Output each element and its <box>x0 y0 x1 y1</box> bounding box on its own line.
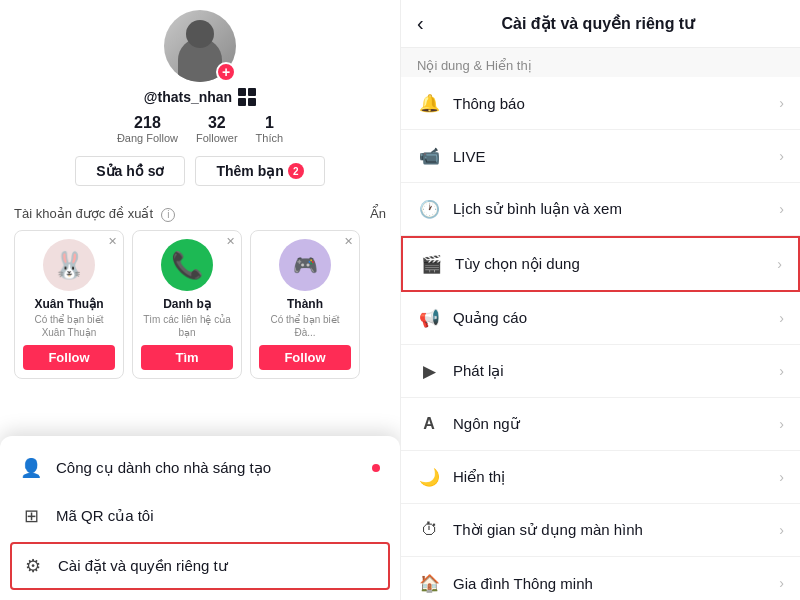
history-label: Lịch sử bình luận và xem <box>453 200 779 218</box>
creator-tools-dot <box>372 464 380 472</box>
language-icon: A <box>417 412 441 436</box>
likes-label: Thích <box>256 132 284 144</box>
language-label: Ngôn ngữ <box>453 415 779 433</box>
notifications-arrow: › <box>779 95 784 111</box>
history-arrow: › <box>779 201 784 217</box>
back-icon[interactable]: ‹ <box>417 12 424 35</box>
creator-tools-label: Công cụ dành cho nhà sáng tạo <box>56 459 358 477</box>
add-friend-badge: 2 <box>288 163 304 179</box>
close-card-3-icon[interactable]: ✕ <box>344 235 353 248</box>
followers-count: 32 <box>208 114 226 132</box>
display-icon: 🌙 <box>417 465 441 489</box>
card-name-1: Xuân Thuận <box>35 297 104 311</box>
hide-link[interactable]: Ẩn <box>370 206 386 221</box>
replay-label: Phát lại <box>453 362 779 380</box>
likes-count: 1 <box>265 114 274 132</box>
settings-item-display[interactable]: 🌙 Hiển thị › <box>401 451 800 504</box>
history-icon: 🕐 <box>417 197 441 221</box>
card-name-2: Danh bạ <box>163 297 211 311</box>
suggested-card-1: ✕ 🐰 Xuân Thuận Có thể bạn biết Xuân Thuậ… <box>14 230 124 379</box>
add-avatar-button[interactable]: + <box>216 62 236 82</box>
settings-label: Cài đặt và quyền riêng tư <box>58 557 378 575</box>
creator-tools-icon: 👤 <box>20 457 42 479</box>
settings-list: 🔔 Thông báo › 📹 LIVE › 🕐 Lịch sử bình lu… <box>401 77 800 600</box>
right-panel-title: Cài đặt và quyền riêng tư <box>436 14 760 33</box>
display-arrow: › <box>779 469 784 485</box>
menu-item-qr[interactable]: ⊞ Mã QR của tôi <box>0 492 400 540</box>
stat-following[interactable]: 218 Đang Follow <box>117 114 178 144</box>
content-options-arrow: › <box>777 256 782 272</box>
follow-button-1[interactable]: Follow <box>23 345 115 370</box>
settings-item-family[interactable]: 🏠 Gia đình Thông minh › <box>401 557 800 600</box>
suggested-title-row: Tài khoản được đề xuất i Ẩn <box>14 204 386 222</box>
info-icon[interactable]: i <box>161 208 175 222</box>
card-desc-3: Có thể bạn biết Đà... <box>259 313 351 339</box>
qr-menu-icon: ⊞ <box>20 505 42 527</box>
ads-arrow: › <box>779 310 784 326</box>
settings-item-notifications[interactable]: 🔔 Thông báo › <box>401 77 800 130</box>
profile-buttons: Sửa hồ sơ Thêm bạn 2 <box>75 156 325 186</box>
left-panel: + @thats_nhan 218 Đang Follow 32 Followe… <box>0 0 400 600</box>
language-arrow: › <box>779 416 784 432</box>
find-button-2[interactable]: Tìm <box>141 345 233 370</box>
close-card-2-icon[interactable]: ✕ <box>226 235 235 248</box>
suggested-cards: ✕ 🐰 Xuân Thuận Có thể bạn biết Xuân Thuậ… <box>14 230 386 379</box>
card-avatar-1: 🐰 <box>43 239 95 291</box>
followers-label: Follower <box>196 132 238 144</box>
profile-section: + @thats_nhan 218 Đang Follow 32 Followe… <box>0 0 400 194</box>
live-label: LIVE <box>453 148 779 165</box>
screen-time-arrow: › <box>779 522 784 538</box>
following-label: Đang Follow <box>117 132 178 144</box>
suggested-title-group: Tài khoản được đề xuất i <box>14 204 175 222</box>
section-label: Nội dung & Hiển thị <box>401 48 800 77</box>
qr-menu-label: Mã QR của tôi <box>56 507 380 525</box>
notifications-icon: 🔔 <box>417 91 441 115</box>
avatar: + <box>164 10 236 82</box>
suggested-card-3: ✕ 🎮 Thành Có thể bạn biết Đà... Follow <box>250 230 360 379</box>
following-count: 218 <box>134 114 161 132</box>
qr-icon[interactable] <box>238 88 256 106</box>
bottom-menu: 👤 Công cụ dành cho nhà sáng tạo ⊞ Mã QR … <box>0 436 400 600</box>
notifications-label: Thông báo <box>453 95 779 112</box>
content-options-icon: 🎬 <box>419 252 443 276</box>
card-desc-1: Có thể bạn biết Xuân Thuận <box>23 313 115 339</box>
settings-item-history[interactable]: 🕐 Lịch sử bình luận và xem › <box>401 183 800 236</box>
display-label: Hiển thị <box>453 468 779 486</box>
family-label: Gia đình Thông minh <box>453 575 779 592</box>
settings-icon: ⚙ <box>22 555 44 577</box>
settings-item-replay[interactable]: ▶ Phát lại › <box>401 345 800 398</box>
card-avatar-3: 🎮 <box>279 239 331 291</box>
settings-item-live[interactable]: 📹 LIVE › <box>401 130 800 183</box>
content-options-label: Tùy chọn nội dung <box>455 255 777 273</box>
card-desc-2: Tìm các liên hệ của bạn <box>141 313 233 339</box>
suggested-section: Tài khoản được đề xuất i Ẩn ✕ 🐰 Xuân Thu… <box>0 194 400 385</box>
username: @thats_nhan <box>144 89 232 105</box>
live-arrow: › <box>779 148 784 164</box>
ads-icon: 📢 <box>417 306 441 330</box>
screen-time-icon: ⏱ <box>417 518 441 542</box>
stat-followers[interactable]: 32 Follower <box>196 114 238 144</box>
right-header: ‹ Cài đặt và quyền riêng tư <box>401 0 800 48</box>
right-panel: ‹ Cài đặt và quyền riêng tư Nội dung & H… <box>400 0 800 600</box>
suggested-card-2: ✕ 📞 Danh bạ Tìm các liên hệ của bạn Tìm <box>132 230 242 379</box>
stat-likes[interactable]: 1 Thích <box>256 114 284 144</box>
ads-label: Quảng cáo <box>453 309 779 327</box>
family-arrow: › <box>779 575 784 591</box>
replay-arrow: › <box>779 363 784 379</box>
family-icon: 🏠 <box>417 571 441 595</box>
replay-icon: ▶ <box>417 359 441 383</box>
settings-item-language[interactable]: A Ngôn ngữ › <box>401 398 800 451</box>
screen-time-label: Thời gian sử dụng màn hình <box>453 521 779 539</box>
settings-item-ads[interactable]: 📢 Quảng cáo › <box>401 292 800 345</box>
follow-button-3[interactable]: Follow <box>259 345 351 370</box>
stats-row: 218 Đang Follow 32 Follower 1 Thích <box>117 114 283 144</box>
card-avatar-2: 📞 <box>161 239 213 291</box>
menu-item-creator-tools[interactable]: 👤 Công cụ dành cho nhà sáng tạo <box>0 444 400 492</box>
edit-profile-button[interactable]: Sửa hồ sơ <box>75 156 185 186</box>
add-friend-button[interactable]: Thêm bạn 2 <box>195 156 324 186</box>
username-row: @thats_nhan <box>144 88 256 106</box>
close-card-1-icon[interactable]: ✕ <box>108 235 117 248</box>
settings-item-content-options[interactable]: 🎬 Tùy chọn nội dung › <box>401 236 800 292</box>
menu-item-settings[interactable]: ⚙ Cài đặt và quyền riêng tư <box>10 542 390 590</box>
settings-item-screen-time[interactable]: ⏱ Thời gian sử dụng màn hình › <box>401 504 800 557</box>
